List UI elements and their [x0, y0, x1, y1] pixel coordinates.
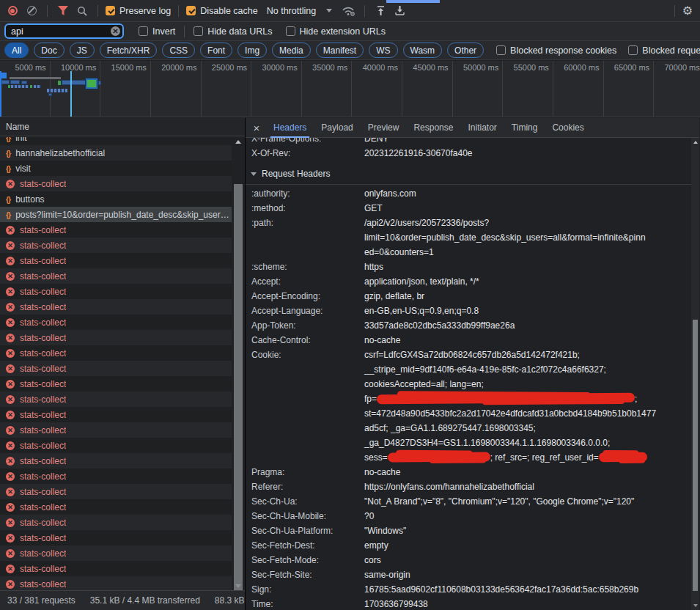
- request-row[interactable]: ✕stats-collect: [0, 253, 232, 268]
- filter-pill-wasm[interactable]: Wasm: [403, 43, 443, 58]
- request-headers-section-toggle[interactable]: Request Headers: [246, 163, 691, 185]
- tab-headers[interactable]: Headers: [266, 118, 314, 138]
- request-row[interactable]: ✕stats-collect: [0, 376, 232, 392]
- request-row[interactable]: ✕stats-collect: [0, 361, 232, 376]
- request-row[interactable]: ✕stats-collect: [0, 576, 232, 590]
- request-row[interactable]: ✕stats-collect: [0, 407, 232, 422]
- request-row[interactable]: ✕stats-collect: [0, 484, 232, 499]
- checkbox-blocked-response-cookies[interactable]: Blocked response cookies: [496, 45, 616, 56]
- filter-pill-css[interactable]: CSS: [162, 43, 195, 58]
- filter-pill-all[interactable]: All: [4, 43, 29, 58]
- request-row[interactable]: ✕stats-collect: [0, 222, 232, 238]
- divider: [364, 5, 365, 17]
- request-row[interactable]: ✕stats-collect: [0, 238, 232, 253]
- request-list: {}init{}hannahelizabethofficial{}visit✕s…: [0, 137, 232, 590]
- filter-pill-other[interactable]: Other: [447, 43, 484, 58]
- hide-data-urls-checkbox[interactable]: Hide data URLs: [194, 26, 272, 37]
- clear-filter-icon[interactable]: ✕: [111, 26, 120, 36]
- invert-checkbox[interactable]: Invert: [139, 26, 175, 37]
- request-row[interactable]: ✕stats-collect: [0, 315, 232, 330]
- throttling-dropdown[interactable]: No throttling: [267, 6, 332, 16]
- request-row[interactable]: ✕stats-collect: [0, 515, 232, 530]
- timeline-overview[interactable]: 5000 ms10000 ms15000 ms20000 ms25000 ms3…: [0, 61, 700, 117]
- export-har-button[interactable]: [391, 3, 408, 19]
- request-row[interactable]: ✕stats-collect: [0, 345, 232, 361]
- filter-pill-img[interactable]: Img: [237, 43, 267, 58]
- filter-bar: ✕ Invert Hide data URLs Hide extension U…: [0, 22, 700, 41]
- value-line: /api2/v2/users/20572336/posts?: [364, 216, 691, 230]
- request-row[interactable]: ✕stats-collect: [0, 453, 232, 468]
- waterfall-bar: [86, 78, 97, 89]
- tab-payload[interactable]: Payload: [314, 118, 360, 138]
- record-button[interactable]: [4, 3, 21, 19]
- search-button[interactable]: [74, 3, 90, 19]
- filter-pill-font[interactable]: Font: [200, 43, 232, 58]
- header-row: Cache-Control:no-cache: [246, 333, 691, 348]
- scroll-up-arrow[interactable]: [691, 138, 699, 147]
- tab-timing[interactable]: Timing: [504, 118, 545, 138]
- requests-scrollbar[interactable]: [232, 137, 245, 590]
- header-name: :path:: [246, 216, 364, 260]
- checkbox-blocked-requests[interactable]: Blocked requests: [628, 45, 700, 56]
- hide-extension-urls-label: Hide extension URLs: [300, 26, 386, 37]
- hide-extension-urls-checkbox[interactable]: Hide extension URLs: [286, 26, 386, 37]
- scroll-up-arrow[interactable]: [232, 137, 245, 146]
- header-name: Referer:: [246, 479, 364, 494]
- divider: [97, 5, 98, 17]
- request-row[interactable]: ✕stats-collect: [0, 330, 232, 345]
- request-row[interactable]: ✕stats-collect: [0, 284, 232, 299]
- request-row[interactable]: {}hannahelizabethofficial: [0, 145, 232, 161]
- request-row[interactable]: ✕stats-collect: [0, 438, 232, 453]
- request-row[interactable]: ✕stats-collect: [0, 545, 232, 561]
- request-row[interactable]: {}buttons: [0, 191, 232, 207]
- request-row[interactable]: ✕stats-collect: [0, 268, 232, 284]
- disable-cache-checkbox[interactable]: Disable cache: [186, 6, 258, 16]
- header-value: DENY: [364, 138, 691, 146]
- filter-pill-fetch-xhr[interactable]: Fetch/XHR: [100, 43, 158, 58]
- filter-pill-js[interactable]: JS: [70, 43, 95, 58]
- header-name: Sec-Ch-Ua-Mobile:: [246, 509, 364, 523]
- filter-toggle-button[interactable]: [55, 3, 71, 19]
- header-value: same-origin: [364, 567, 691, 582]
- scrollbar-thumb[interactable]: [234, 184, 243, 591]
- header-value: ?0: [364, 509, 691, 523]
- request-row[interactable]: {}posts?limit=10&order=publish_date_desc…: [0, 207, 232, 222]
- request-name: stats-collect: [20, 502, 66, 512]
- waterfall-bar: [1, 80, 10, 84]
- filter-pill-ws[interactable]: WS: [369, 43, 397, 58]
- request-row[interactable]: ✕stats-collect: [0, 422, 232, 438]
- tab-cookies[interactable]: Cookies: [545, 118, 591, 138]
- filter-pill-manifest[interactable]: Manifest: [316, 43, 364, 58]
- request-row[interactable]: ✕stats-collect: [0, 468, 232, 484]
- scroll-down-arrow[interactable]: [232, 581, 245, 590]
- detail-scrollbar[interactable]: [691, 138, 699, 610]
- tab-preview[interactable]: Preview: [361, 118, 407, 138]
- tab-initiator[interactable]: Initiator: [460, 118, 504, 138]
- clear-button[interactable]: [23, 3, 40, 19]
- preserve-log-checkbox[interactable]: Preserve log: [106, 6, 171, 16]
- request-row[interactable]: ✕stats-collect: [0, 392, 232, 407]
- waterfall-bar: [21, 81, 27, 84]
- name-column-header[interactable]: Name: [0, 118, 245, 136]
- filter-pill-media[interactable]: Media: [272, 43, 311, 58]
- header-value: "Windows": [364, 523, 691, 538]
- request-row[interactable]: ✕stats-collect: [0, 499, 232, 515]
- request-row[interactable]: {}init: [0, 137, 232, 145]
- request-row[interactable]: ✕stats-collect: [0, 530, 232, 545]
- settings-button[interactable]: ⚙: [679, 3, 696, 19]
- request-row[interactable]: ✕stats-collect: [0, 299, 232, 315]
- network-conditions-button[interactable]: [341, 3, 357, 19]
- request-row[interactable]: ✕stats-collect: [0, 176, 232, 191]
- request-row[interactable]: ✕stats-collect: [0, 561, 232, 576]
- request-name: stats-collect: [20, 364, 66, 374]
- request-row[interactable]: {}visit: [0, 161, 232, 176]
- import-har-button[interactable]: [372, 3, 388, 19]
- close-detail-button[interactable]: ×: [248, 122, 265, 134]
- filter-pill-doc[interactable]: Doc: [34, 43, 64, 58]
- filter-input[interactable]: [4, 23, 124, 39]
- chevron-down-icon: [326, 9, 332, 12]
- scrollbar-thumb[interactable]: [693, 320, 698, 591]
- scroll-down-arrow[interactable]: [691, 601, 699, 610]
- header-row: Sec-Fetch-Dest:empty: [246, 538, 691, 553]
- tab-response[interactable]: Response: [406, 118, 460, 138]
